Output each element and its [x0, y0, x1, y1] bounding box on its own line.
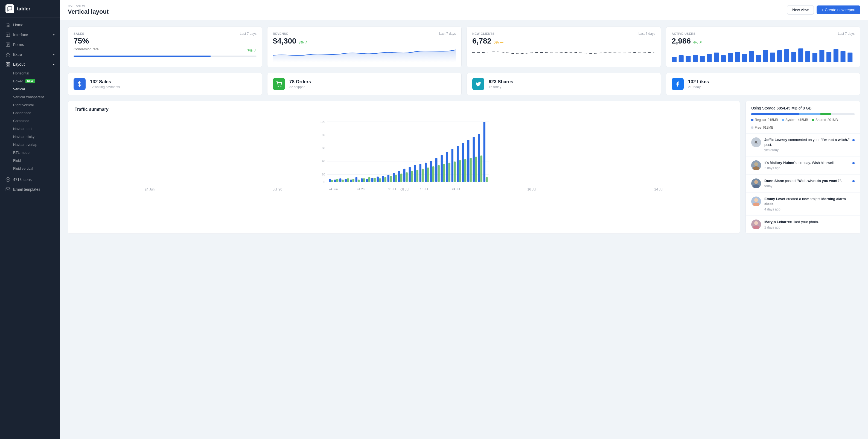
svg-rect-57	[331, 180, 333, 182]
sidebar: tabler Home Interface ▾ Forms	[0, 0, 60, 439]
svg-rect-83	[400, 174, 402, 182]
svg-rect-111	[475, 157, 477, 182]
sidebar-sub-combined[interactable]: Combined	[0, 117, 60, 125]
bottom-row: Traffic summary 100 80 60 40	[68, 101, 860, 234]
svg-point-43	[281, 86, 281, 87]
chevron-icon: ▾	[53, 53, 55, 56]
sidebar-sub-boxed[interactable]: Boxed NEW	[0, 77, 60, 85]
svg-text:24 Jul: 24 Jul	[452, 187, 460, 191]
sidebar-sub-fluid-vertical[interactable]: Fluid vertical	[0, 165, 60, 172]
storage-system-segment	[799, 113, 820, 115]
legend-regular: Regular 915MB	[751, 118, 778, 122]
sidebar-sub-navbar-sticky[interactable]: Navbar sticky	[0, 133, 60, 141]
sidebar-item-email-templates[interactable]: Email templates	[0, 184, 60, 194]
svg-rect-110	[473, 137, 475, 182]
svg-rect-58	[334, 179, 336, 182]
stat-users-period[interactable]: Last 7 days	[838, 32, 855, 36]
sidebar-item-forms[interactable]: Forms	[0, 40, 60, 50]
chart-title: Traffic summary	[75, 107, 733, 112]
sidebar-item-extra[interactable]: Extra ▾	[0, 50, 60, 59]
sidebar-sub-vertical-transparent[interactable]: Vertical transparent	[0, 93, 60, 101]
svg-rect-33	[798, 49, 803, 62]
legend-value-shared: 201MB	[828, 118, 838, 122]
sidebar-sub-vertical[interactable]: Vertical	[0, 85, 60, 93]
svg-rect-67	[358, 179, 360, 182]
svg-rect-31	[784, 49, 789, 62]
avatar-img-ds	[751, 178, 761, 188]
svg-rect-107	[464, 159, 466, 182]
sidebar-item-interface[interactable]: Interface ▾	[0, 30, 60, 40]
topbar-actions: New view + Create new report	[787, 5, 860, 14]
logo-icon	[5, 4, 14, 13]
svg-rect-69	[363, 178, 365, 182]
svg-rect-39	[841, 51, 845, 62]
avatar-el	[751, 197, 761, 206]
svg-rect-112	[478, 134, 480, 182]
sidebar-sub-navbar-dark[interactable]: Navbar dark	[0, 125, 60, 133]
svg-text:100: 100	[320, 120, 325, 123]
logo-text: tabler	[17, 6, 30, 12]
stat-card-active-users: ACTIVE USERS Last 7 days 2,986 4% ↗	[666, 27, 860, 67]
sec-likes-sub: 21 today	[688, 85, 709, 89]
svg-rect-0	[6, 33, 10, 37]
svg-rect-65	[352, 179, 354, 182]
sidebar-sub-fluid-vertical-label: Fluid vertical	[13, 167, 33, 171]
sidebar-sub-navbar-overlap[interactable]: Navbar overlap	[0, 141, 60, 149]
svg-point-42	[278, 86, 278, 87]
sec-sales-sub: 12 waiting payments	[90, 85, 120, 89]
svg-rect-63	[347, 178, 349, 182]
sidebar-sub-rtl-mode[interactable]: RTL mode	[0, 149, 60, 156]
svg-rect-108	[467, 140, 469, 182]
sec-likes-main: 132 Likes	[688, 79, 709, 85]
stat-sales-progress-label: 7% ↗	[247, 49, 256, 53]
new-view-button[interactable]: New view	[787, 5, 814, 14]
sidebar-item-email-templates-label: Email templates	[13, 187, 40, 192]
stat-clients-period[interactable]: Last 7 days	[639, 32, 655, 36]
storage-title: Using Storage 6854.45 MB of 8 GB	[751, 106, 855, 110]
svg-rect-114	[484, 122, 486, 182]
sidebar-item-home[interactable]: Home	[0, 20, 60, 30]
sidebar-sub-fluid-label: Fluid	[13, 158, 21, 163]
x-label-5: 24 Jul	[654, 187, 663, 191]
x-label-1: 24 Jun	[145, 187, 155, 191]
sidebar-sub-horizontal[interactable]: Horizontal	[0, 69, 60, 77]
activity-time-1: 2 days ago	[764, 166, 850, 171]
sidebar-sub-vertical-transparent-label: Vertical transparent	[13, 95, 44, 99]
svg-rect-36	[819, 50, 824, 62]
clients-sparkline	[472, 47, 655, 62]
legend-value-free: 612MB	[763, 126, 773, 129]
activity-dot-2	[852, 180, 855, 182]
avatar-img-ml	[751, 220, 761, 229]
x-label-3: 08 Jul	[400, 187, 409, 191]
sidebar-sub-right-vertical[interactable]: Right vertical	[0, 101, 60, 109]
sidebar-sub-fluid[interactable]: Fluid	[0, 156, 60, 165]
activity-list: JL Jeffie Lewzey commented on your "I'm …	[746, 134, 860, 233]
sidebar-sub-condensed[interactable]: Condensed	[0, 109, 60, 117]
storage-legend: Regular 915MB System 415MB Shared 201MB	[751, 118, 855, 129]
sec-orders-sub: 32 shipped	[289, 85, 311, 89]
svg-rect-77	[384, 177, 386, 182]
svg-rect-30	[777, 50, 782, 62]
star-icon	[5, 52, 10, 57]
create-report-button[interactable]: + Create new report	[816, 5, 860, 14]
legend-system: System 415MB	[782, 118, 808, 122]
icons-icon	[5, 177, 10, 182]
sidebar-item-icons[interactable]: 4713 icons	[0, 175, 60, 184]
stat-revenue-period[interactable]: Last 7 days	[439, 32, 456, 36]
stat-sales-period[interactable]: Last 7 days	[240, 32, 256, 36]
sec-stat-likes: 132 Likes 21 today	[666, 73, 860, 95]
sidebar-item-layout[interactable]: Layout ▾	[0, 59, 60, 69]
svg-rect-115	[486, 177, 488, 182]
svg-rect-21	[714, 53, 719, 62]
svg-rect-62	[345, 179, 347, 182]
svg-text:16 Jul: 16 Jul	[420, 187, 428, 191]
svg-text:80: 80	[322, 133, 325, 137]
svg-rect-97	[438, 165, 439, 182]
revenue-sparkline	[273, 47, 456, 62]
stat-revenue-change: 8% ↗	[299, 40, 308, 44]
storage-bar	[751, 113, 855, 115]
svg-text:24 Jun: 24 Jun	[329, 187, 338, 191]
page-title: Vertical layout	[68, 8, 108, 15]
home-icon	[5, 23, 10, 27]
svg-text:0: 0	[323, 180, 325, 184]
